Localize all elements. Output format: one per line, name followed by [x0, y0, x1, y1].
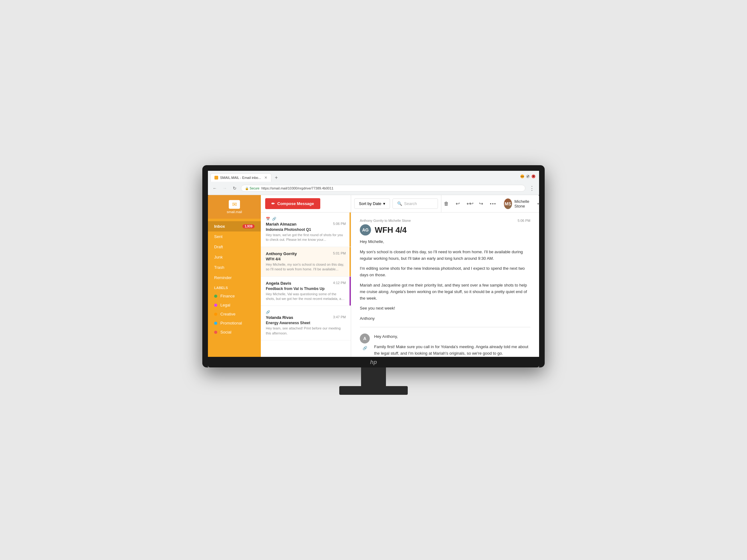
email-preview: Hey team, we've got the first round of s… — [266, 233, 346, 242]
user-section[interactable]: MS Michelle Stone ▾ — [504, 198, 539, 209]
email-list: 📅 🔗 Mariah Almazan 5:06 PM Indonesia Pho… — [261, 212, 351, 357]
logo-text: smail.mail — [227, 210, 242, 214]
email-divider — [360, 327, 531, 327]
reply-all-button[interactable]: ↩↩ — [464, 199, 475, 209]
sidebar-item-draft[interactable]: Draft — [208, 242, 261, 252]
email-body: Hey Michelle, My son's school is closed … — [360, 239, 531, 322]
monitor-stand — [339, 367, 408, 395]
creative-dot — [214, 313, 217, 316]
avatar-image: MS — [504, 198, 512, 209]
sender-avatar: AG — [360, 224, 371, 236]
email-from: Anthony Gorrity to Michelle Stone — [360, 219, 411, 222]
email-subject: Feedback from Val is Thumbs Up — [266, 287, 346, 291]
forward-button[interactable]: ↪ — [476, 199, 486, 209]
priority-indicator — [350, 212, 351, 247]
label-social[interactable]: Social — [208, 328, 261, 337]
email-time: 3:47 PM — [333, 315, 346, 319]
attachment-icon: 🔗 — [266, 310, 270, 314]
tab-label: SMAIL.MAIL - Email inbo... — [220, 176, 261, 180]
priority-indicator — [350, 247, 351, 276]
reply-body: Hey Anthony, Family first! Make sure you… — [374, 334, 531, 357]
top-bar-left: ✏ Compose Message — [261, 195, 351, 212]
reply-section: A 🔗 Hey Anthony, Family first! Make sure… — [360, 332, 531, 357]
tab-close-button[interactable]: ✕ — [264, 176, 267, 180]
secure-badge: 🔒 Secure — [245, 187, 260, 190]
sort-search-area: Sort by Date ▾ 🔍 Search — [351, 195, 441, 212]
label-creative[interactable]: Creative — [208, 310, 261, 319]
reply-avatar-col: A 🔗 — [360, 334, 370, 357]
browser-menu-button[interactable]: ⋮ — [528, 184, 536, 193]
reply-button[interactable]: ↩ — [453, 199, 462, 209]
legal-dot — [214, 304, 217, 307]
monitor-bottom-bar: hp — [208, 357, 539, 367]
window-controls: — ⤢ ✕ — [517, 175, 539, 178]
more-icon: ••• — [490, 201, 496, 206]
finance-dot — [214, 295, 217, 298]
email-sender: Mariah Almazan — [266, 222, 297, 226]
email-preview: Hey Michelle, Val was questioning some o… — [266, 292, 346, 301]
priority-indicator — [350, 276, 351, 306]
user-name: Michelle Stone — [515, 199, 535, 209]
tab-favicon — [214, 176, 218, 180]
email-reader: Anthony Gorrity to Michelle Stone 5:06 P… — [351, 212, 539, 357]
email-meta: 🔗 — [266, 310, 346, 314]
top-bar-actions: 🗑 ↩ ↩↩ ↪ ••• — [441, 195, 539, 212]
social-dot — [214, 331, 217, 334]
email-reader-meta: Anthony Gorrity to Michelle Stone 5:06 P… — [360, 219, 531, 222]
attachment-link-icon: 🔗 — [363, 346, 367, 350]
label-legal[interactable]: Legal — [208, 300, 261, 310]
email-item[interactable]: 📅 🔗 Mariah Almazan 5:06 PM Indonesia Pho… — [261, 212, 351, 247]
email-received-time: 5:06 PM — [518, 219, 531, 222]
attachment-icon: 🔗 — [272, 217, 276, 221]
more-button[interactable]: ••• — [487, 199, 499, 208]
browser-tab-active[interactable]: SMAIL.MAIL - Email inbo... ✕ — [210, 173, 272, 182]
back-button[interactable]: ← — [211, 185, 218, 192]
email-item[interactable]: Anthony Gorrity 5:01 PM WFH 4/4 Hey Mich… — [261, 247, 351, 276]
main-content: 📅 🔗 Mariah Almazan 5:06 PM Indonesia Pho… — [261, 212, 539, 357]
sidebar-item-junk[interactable]: Junk — [208, 252, 261, 262]
email-meta: 📅 🔗 — [266, 217, 346, 221]
delete-button[interactable]: 🗑 — [441, 199, 451, 209]
reply-icon: ↩ — [456, 201, 460, 207]
sort-arrow-icon: ▾ — [383, 201, 385, 206]
maximize-button[interactable]: ⤢ — [526, 175, 530, 178]
email-item-header: Yolanda Rivas 3:47 PM — [266, 315, 346, 320]
search-box[interactable]: 🔍 Search — [392, 198, 438, 209]
label-promotional[interactable]: Promotional — [208, 319, 261, 328]
sidebar-item-inbox[interactable]: Inbox 1,939 — [208, 221, 261, 232]
delete-icon: 🗑 — [444, 201, 449, 207]
forward-button[interactable]: → — [221, 185, 229, 192]
compose-button[interactable]: ✏ Compose Message — [265, 198, 320, 209]
labels-section: Labels Finance Legal Creative — [208, 283, 261, 339]
reload-button[interactable]: ↻ — [231, 185, 238, 192]
email-item[interactable]: 🔗 Yolanda Rivas 3:47 PM Energy Awareness… — [261, 306, 351, 340]
browser-tabs: SMAIL.MAIL - Email inbo... ✕ + — [208, 171, 517, 182]
new-tab-button[interactable]: + — [273, 174, 280, 181]
sender-row: AG WFH 4/4 — [360, 224, 531, 236]
email-sender: Angela Davis — [266, 281, 291, 286]
address-bar[interactable]: 🔒 Secure https://smail.mail/10300/nrgdri… — [241, 185, 525, 192]
sort-button[interactable]: Sort by Date ▾ — [354, 198, 390, 209]
email-item[interactable]: Angela Davis 4:12 PM Feedback from Val i… — [261, 276, 351, 306]
close-button[interactable]: ✕ — [532, 175, 535, 178]
sidebar-item-reminder[interactable]: Reminder — [208, 272, 261, 283]
app-screen: ✉ smail.mail Inbox 1,939 Sent Draft — [208, 195, 539, 367]
calendar-icon: 📅 — [266, 217, 270, 221]
sidebar-nav: Inbox 1,939 Sent Draft Junk Trash — [208, 219, 261, 357]
email-sender: Anthony Gorrity — [266, 251, 297, 256]
email-preview: Hey team, see attached! Print before our… — [266, 326, 346, 336]
search-icon: 🔍 — [397, 201, 402, 206]
forward-icon: ↪ — [479, 201, 483, 207]
labels-header: Labels — [208, 284, 261, 292]
email-time: 5:01 PM — [333, 251, 346, 255]
browser-controls: ← → ↻ 🔒 Secure https://smail.mail/10300/… — [208, 182, 539, 195]
monitor: SMAIL.MAIL - Email inbo... ✕ + — ⤢ ✕ ← →… — [202, 165, 545, 367]
sidebar-item-trash[interactable]: Trash — [208, 262, 261, 272]
minimize-button[interactable]: — — [520, 175, 524, 178]
email-subject: WFH 4/4 — [266, 257, 346, 261]
sidebar-item-sent[interactable]: Sent — [208, 232, 261, 242]
inbox-badge: 1,939 — [242, 224, 255, 229]
email-preview: Hey Michelle, my son's school is closed … — [266, 262, 346, 272]
top-bar: ✏ Compose Message Sort by Date ▾ 🔍 Searc… — [261, 195, 539, 212]
label-finance[interactable]: Finance — [208, 292, 261, 300]
